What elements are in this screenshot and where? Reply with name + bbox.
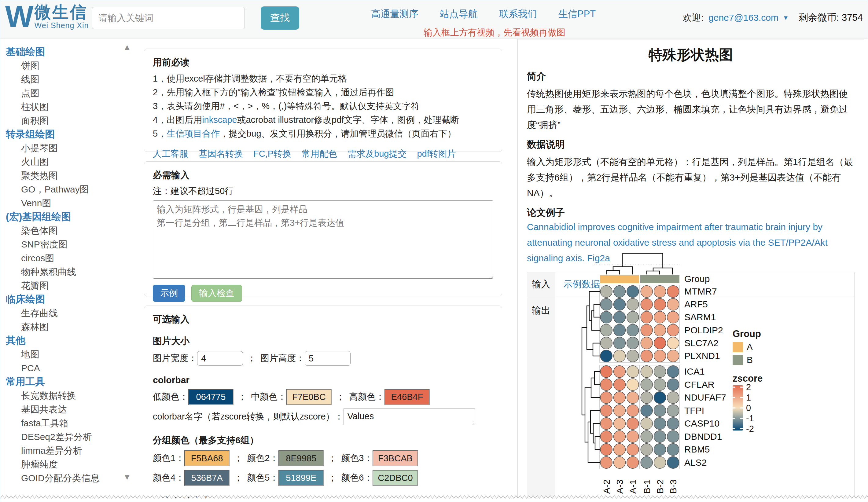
sidebar-item[interactable]: DESeq2差异分析 bbox=[6, 430, 120, 444]
inline-link[interactable]: inkscape bbox=[202, 115, 237, 125]
quick-link[interactable]: 常用配色 bbox=[302, 148, 337, 160]
svg-text:B-2: B-2 bbox=[655, 479, 665, 494]
group-color-chip[interactable]: F3BCAB bbox=[373, 450, 418, 466]
logo[interactable]: W 微生信 Wei Sheng Xin bbox=[5, 1, 89, 31]
svg-text:A-3: A-3 bbox=[614, 479, 625, 494]
colorbar-name-row: colorbar名字（若zscore转换，则默认zscore）： Values bbox=[153, 408, 493, 425]
sidebar-section-label[interactable]: (宏)基因组绘图 bbox=[6, 210, 120, 224]
sidebar-section-label[interactable]: 转录组绘图 bbox=[6, 127, 120, 141]
svg-text:-1: -1 bbox=[746, 414, 754, 423]
quick-link[interactable]: 需求及bug提交 bbox=[348, 148, 406, 160]
sidebar-section-label[interactable]: 其他 bbox=[6, 334, 120, 347]
height-label: 图片高度： bbox=[260, 352, 305, 365]
nav-link[interactable]: 生信PPT bbox=[558, 8, 596, 20]
group-colors-rows: 颜色1：F5BA68；颜色2：8E9985；颜色3：F3BCAB颜色4：536B… bbox=[153, 450, 493, 486]
sidebar-item[interactable]: 肿瘤纯度 bbox=[6, 457, 120, 471]
svg-text:PLXND1: PLXND1 bbox=[684, 351, 720, 361]
sidebar-item[interactable]: 柱状图 bbox=[6, 100, 120, 114]
sidebar-item[interactable]: 物种累积曲线 bbox=[6, 265, 120, 279]
quick-link[interactable]: 基因名转换 bbox=[199, 148, 243, 160]
nav-link[interactable]: 联系我们 bbox=[499, 8, 537, 20]
sidebar-section-label[interactable]: 临床绘图 bbox=[6, 292, 120, 306]
logo-subtitle: Wei Sheng Xin bbox=[34, 21, 89, 30]
image-width-input[interactable] bbox=[197, 351, 243, 366]
sidebar-item[interactable]: 聚类热图 bbox=[6, 169, 120, 182]
intro-text: 传统热图使用矩形来表示热图的每个色块，色块填满整个图形。特殊形状热图使用三角形、… bbox=[527, 86, 855, 133]
separator: ； bbox=[234, 452, 243, 464]
inline-link[interactable]: 生信项目合作 bbox=[167, 129, 220, 138]
instruction-text: ，提交bug、发文引用换积分，请加管理员微信（页面右下） bbox=[220, 129, 456, 138]
nav-link[interactable]: 高通量测序 bbox=[371, 8, 418, 20]
sidebar-section-label[interactable]: 常用工具 bbox=[6, 375, 120, 389]
sidebar-item[interactable]: 饼图 bbox=[6, 59, 120, 72]
nav-link[interactable]: 站点导航 bbox=[440, 8, 478, 20]
colorbar-name-input[interactable]: Values bbox=[343, 408, 475, 425]
matrix-input-textarea[interactable] bbox=[153, 200, 493, 279]
group-colors-title: 分组颜色（最多支持6组） bbox=[153, 434, 493, 447]
sidebar-section-label[interactable]: 基础绘图 bbox=[6, 45, 120, 59]
sidebar-item[interactable]: SNP密度图 bbox=[6, 238, 120, 251]
color-chip[interactable]: E46B4F bbox=[384, 389, 430, 405]
instruction-text: 或acrobat illustrator修改pdf文字、字体，图例，处理截断 bbox=[237, 115, 459, 125]
quick-link[interactable]: FC,P转换 bbox=[254, 148, 291, 160]
scroll-up-icon[interactable]: ▲ bbox=[123, 42, 131, 52]
search-input[interactable] bbox=[92, 7, 245, 29]
input-check-button[interactable]: 输入检查 bbox=[191, 285, 242, 302]
sidebar-item[interactable]: 小提琴图 bbox=[6, 141, 120, 155]
sidebar-item[interactable]: fasta工具箱 bbox=[6, 416, 120, 430]
instruction-line: 4，出图后用inkscape或acrobat illustrator修改pdf文… bbox=[153, 113, 493, 127]
optional-title: 可选输入 bbox=[153, 313, 493, 326]
sidebar-item[interactable]: limma差异分析 bbox=[6, 444, 120, 457]
colorbar-title: colorbar bbox=[153, 375, 493, 385]
required-note: 注：建议不超过50行 bbox=[153, 185, 493, 197]
group-color-chip[interactable]: 51899E bbox=[278, 470, 324, 486]
sidebar-item[interactable]: GOID分配分类信息 bbox=[6, 471, 120, 485]
header-bar: W 微生信 Wei Sheng Xin 查找 高通量测序站点导航联系我们生信PP… bbox=[0, 0, 868, 39]
instruction-line: 2，先用输入框下方的“输入检查”按钮检查输入，通过后再作图 bbox=[153, 85, 493, 99]
quick-link[interactable]: pdf转图片 bbox=[417, 148, 456, 160]
user-area: 欢迎: gene7@163.com ▼ 剩余微币: 3754 bbox=[683, 11, 863, 24]
group-color-chip[interactable]: F5BA68 bbox=[184, 450, 229, 466]
sidebar-item[interactable]: PCA bbox=[6, 361, 120, 375]
sidebar-item[interactable]: 长宽数据转换 bbox=[6, 389, 120, 402]
separator: ； bbox=[328, 472, 337, 484]
quick-link[interactable]: 人工客服 bbox=[153, 148, 188, 160]
example-button[interactable]: 示例 bbox=[153, 285, 185, 302]
sidebar-item[interactable]: 花瓣图 bbox=[6, 279, 120, 292]
svg-text:B-1: B-1 bbox=[642, 479, 652, 494]
sidebar-item[interactable]: 森林图 bbox=[6, 320, 120, 334]
group-color-chip[interactable]: C2DBC0 bbox=[373, 470, 418, 486]
data-desc-text: 输入为矩形形式（不能有空的单元格）：行是基因，列是样品。第1行是组名（最多支持6… bbox=[527, 154, 855, 201]
color-chip[interactable]: F7E0BC bbox=[286, 389, 332, 405]
instruction-text: 4，出图后用 bbox=[153, 115, 202, 125]
svg-text:0: 0 bbox=[746, 403, 751, 413]
sidebar-item[interactable]: GO，Pathway图 bbox=[6, 182, 120, 196]
search-button[interactable]: 查找 bbox=[261, 7, 299, 30]
data-desc-heading: 数据说明 bbox=[527, 138, 855, 151]
svg-text:SARM1: SARM1 bbox=[684, 312, 716, 322]
user-email-dropdown[interactable]: gene7@163.com ▼ bbox=[709, 12, 789, 23]
readme-title: 用前必读 bbox=[153, 56, 493, 69]
svg-text:2: 2 bbox=[746, 382, 751, 392]
sidebar-item[interactable]: circos图 bbox=[6, 251, 120, 265]
svg-text:ALS2: ALS2 bbox=[684, 457, 706, 468]
sidebar-item[interactable]: 火山图 bbox=[6, 155, 120, 169]
sidebar-item[interactable]: 基因共表达 bbox=[6, 402, 120, 416]
sidebar-item[interactable]: 染色体图 bbox=[6, 224, 120, 238]
group-color-chip[interactable]: 536B7A bbox=[184, 470, 229, 486]
group-color-chip[interactable]: 8E9985 bbox=[278, 450, 324, 466]
image-height-input[interactable] bbox=[305, 351, 351, 366]
svg-text:DBNDD1: DBNDD1 bbox=[684, 431, 722, 441]
scroll-down-icon[interactable]: ▼ bbox=[123, 472, 131, 482]
video-note: 输入框上方有视频，先看视频再做图 bbox=[424, 27, 566, 39]
logo-title: 微生信 bbox=[34, 3, 89, 21]
sidebar-item[interactable]: 点图 bbox=[6, 86, 120, 100]
sidebar-item[interactable]: 面积图 bbox=[6, 114, 120, 127]
sidebar-item[interactable]: 地图 bbox=[6, 347, 120, 361]
required-title: 必需输入 bbox=[153, 169, 493, 181]
sidebar-item[interactable]: 生存曲线 bbox=[6, 306, 120, 320]
svg-text:A-2: A-2 bbox=[601, 479, 612, 494]
sidebar-item[interactable]: 线图 bbox=[6, 72, 120, 86]
sidebar-item[interactable]: Venn图 bbox=[6, 196, 120, 210]
color-chip[interactable]: 064775 bbox=[188, 389, 234, 405]
